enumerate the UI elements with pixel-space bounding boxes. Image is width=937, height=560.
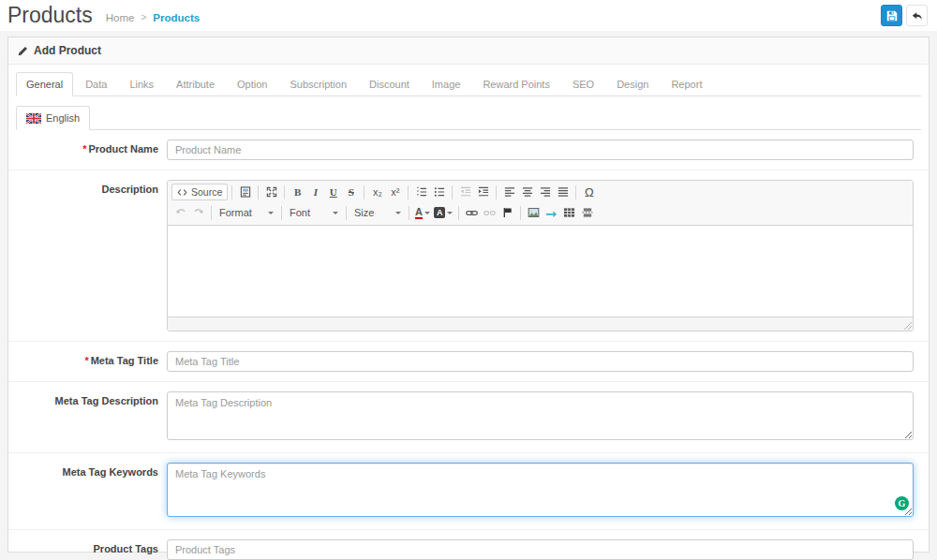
- tab-links[interactable]: Links: [119, 72, 164, 96]
- tab-attribute[interactable]: Attribute: [166, 72, 225, 96]
- toolbar-separator: [281, 206, 282, 220]
- save-button[interactable]: [881, 5, 902, 26]
- unlink-icon: [483, 207, 496, 219]
- horizontal-rule-icon: [545, 207, 558, 218]
- toolbar-separator: [452, 185, 453, 199]
- toolbar-separator: [284, 185, 285, 199]
- size-dropdown[interactable]: Size: [350, 204, 405, 221]
- italic-button[interactable]: I: [306, 184, 324, 200]
- meta-tag-title-label: *Meta Tag Title: [16, 351, 158, 366]
- grammarly-icon[interactable]: G: [895, 496, 909, 510]
- description-label: Description: [16, 180, 158, 195]
- undo-button[interactable]: [171, 204, 189, 221]
- redo-button[interactable]: [189, 204, 207, 221]
- page-title: Products: [7, 3, 93, 28]
- align-right-icon: [540, 186, 551, 198]
- subscript-button[interactable]: x₂: [368, 184, 386, 200]
- flag-icon: [502, 207, 513, 218]
- tab-design[interactable]: Design: [606, 72, 659, 96]
- align-right-button[interactable]: [536, 184, 554, 200]
- tab-subscription[interactable]: Subscription: [279, 72, 357, 96]
- tab-language-english[interactable]: English: [16, 106, 90, 130]
- pencil-icon: [18, 46, 28, 56]
- underline-button[interactable]: U: [324, 184, 342, 200]
- toolbar-separator: [231, 185, 232, 199]
- special-character-button[interactable]: Ω: [580, 184, 598, 200]
- tab-data[interactable]: Data: [75, 72, 117, 96]
- meta-tag-keywords-textarea[interactable]: [167, 463, 914, 517]
- template-icon: [240, 186, 251, 198]
- tab-seo[interactable]: SEO: [562, 72, 604, 96]
- uk-flag-icon: [26, 113, 41, 124]
- chevron-down-icon: [268, 212, 274, 214]
- tab-discount[interactable]: Discount: [359, 72, 420, 96]
- toolbar-separator: [364, 185, 364, 199]
- background-color-button[interactable]: A: [432, 204, 455, 221]
- anchor-button[interactable]: [498, 204, 516, 221]
- breadcrumb-home-link[interactable]: Home: [106, 12, 135, 23]
- tab-reward-points[interactable]: Reward Points: [472, 72, 560, 96]
- unlink-button[interactable]: [481, 204, 498, 221]
- align-center-button[interactable]: [518, 184, 536, 200]
- tab-image[interactable]: Image: [422, 72, 471, 96]
- justify-button[interactable]: [554, 184, 572, 200]
- page-header: Products Home > Products: [0, 0, 937, 31]
- table-button[interactable]: [560, 204, 578, 221]
- chevron-down-icon: [333, 212, 338, 214]
- product-name-input[interactable]: [167, 140, 914, 160]
- tab-report[interactable]: Report: [661, 72, 712, 96]
- bullet-list-button[interactable]: [430, 184, 448, 200]
- maximize-button[interactable]: [262, 184, 280, 200]
- justify-icon: [558, 186, 569, 198]
- meta-tag-description-textarea[interactable]: [167, 391, 914, 440]
- link-button[interactable]: [463, 204, 481, 221]
- increase-indent-icon: [478, 186, 489, 198]
- image-button[interactable]: [525, 204, 543, 221]
- image-icon: [528, 207, 540, 218]
- floppy-disk-icon: [886, 10, 898, 22]
- add-product-panel: Add Product General Data Links Attribute…: [7, 37, 930, 553]
- toolbar-separator: [458, 206, 459, 220]
- tab-general[interactable]: General: [16, 72, 73, 96]
- chevron-down-icon: [395, 212, 401, 214]
- toolbar-separator: [211, 206, 212, 220]
- toolbar-separator: [520, 206, 521, 220]
- tab-option[interactable]: Option: [227, 72, 277, 96]
- product-tags-input[interactable]: [167, 539, 914, 560]
- font-dropdown[interactable]: Font: [286, 204, 342, 221]
- text-color-button[interactable]: A: [413, 204, 432, 221]
- format-dropdown[interactable]: Format: [216, 204, 277, 221]
- content-area: Add Product General Data Links Attribute…: [0, 31, 937, 560]
- chevron-down-icon: [447, 212, 453, 214]
- superscript-button[interactable]: x²: [386, 184, 404, 200]
- product-name-label: *Product Name: [16, 140, 158, 155]
- page-break-icon: [582, 207, 593, 218]
- decrease-indent-button[interactable]: [456, 184, 474, 200]
- meta-tag-description-row: Meta Tag Description: [8, 382, 929, 453]
- toolbar-separator: [408, 185, 409, 199]
- template-button[interactable]: [236, 184, 254, 200]
- breadcrumb-products-link[interactable]: Products: [153, 12, 200, 23]
- description-editor-content[interactable]: [168, 226, 913, 317]
- toolbar-separator: [409, 206, 409, 220]
- product-name-row: *Product Name: [8, 130, 929, 170]
- required-asterisk: *: [84, 355, 88, 366]
- language-tab-label: English: [46, 112, 80, 124]
- panel-heading: Add Product: [8, 37, 929, 65]
- editor-toolbar: Source: [168, 181, 913, 226]
- align-left-icon: [504, 186, 515, 198]
- strikethrough-button[interactable]: S: [342, 184, 360, 200]
- back-button[interactable]: [906, 5, 928, 26]
- product-tabs: General Data Links Attribute Option Subs…: [16, 72, 921, 96]
- source-button[interactable]: Source: [171, 184, 228, 200]
- page-break-button[interactable]: [578, 204, 596, 221]
- align-left-button[interactable]: [500, 184, 518, 200]
- meta-tag-keywords-row: Meta Tag Keywords G: [8, 453, 929, 530]
- bold-button[interactable]: B: [289, 184, 306, 200]
- meta-tag-title-input[interactable]: [167, 351, 914, 372]
- resize-grip-icon[interactable]: [902, 320, 912, 330]
- numbered-list-icon: [416, 186, 427, 198]
- horizontal-rule-button[interactable]: [543, 204, 560, 221]
- increase-indent-button[interactable]: [474, 184, 492, 200]
- numbered-list-button[interactable]: [412, 184, 430, 200]
